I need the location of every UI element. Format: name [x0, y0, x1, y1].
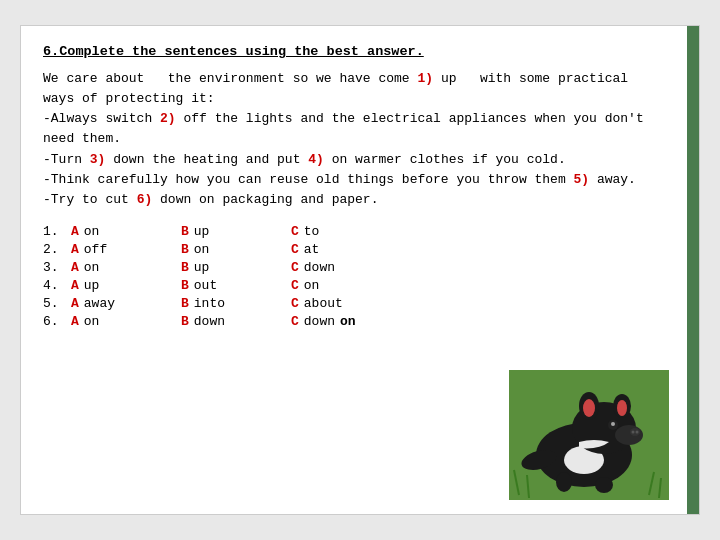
- svg-point-13: [611, 422, 615, 426]
- row6-a: A on: [71, 314, 181, 329]
- row3-a: A on: [71, 260, 181, 275]
- animal-image: [509, 370, 669, 500]
- row1-b: B up: [181, 224, 291, 239]
- row5-num: 5.: [43, 296, 71, 311]
- slide-title: 6.Complete the sentences using the best …: [43, 44, 677, 59]
- row4-a: A up: [71, 278, 181, 293]
- answer-row-5: 5. A away B into C about: [43, 296, 677, 311]
- paragraph-content: We care about the environment so we have…: [43, 69, 677, 210]
- green-accent-bar: [687, 26, 699, 514]
- row3-b: B up: [181, 260, 291, 275]
- row5-c: C about: [291, 296, 421, 311]
- svg-point-15: [595, 477, 613, 493]
- svg-point-11: [636, 431, 639, 434]
- highlight-3: 3): [90, 152, 106, 167]
- row3-num: 3.: [43, 260, 71, 275]
- row6-c: C down on: [291, 314, 421, 329]
- svg-point-10: [632, 431, 635, 434]
- highlight-2: 2): [160, 111, 176, 126]
- row2-b: B on: [181, 242, 291, 257]
- row6-num: 6.: [43, 314, 71, 329]
- row6-b: B down: [181, 314, 291, 329]
- row4-num: 4.: [43, 278, 71, 293]
- row1-c: C to: [291, 224, 421, 239]
- row4-c: C on: [291, 278, 421, 293]
- answer-row-2: 2. A off B on C at: [43, 242, 677, 257]
- row2-c: C at: [291, 242, 421, 257]
- highlight-5: 5): [574, 172, 590, 187]
- row2-a: A off: [71, 242, 181, 257]
- answer-row-3: 3. A on B up C down: [43, 260, 677, 275]
- highlight-6: 6): [137, 192, 153, 207]
- row2-num: 2.: [43, 242, 71, 257]
- highlight-4: 4): [308, 152, 324, 167]
- answer-row-1: 1. A on B up C to: [43, 224, 677, 239]
- highlight-1: 1): [417, 71, 433, 86]
- row5-a: A away: [71, 296, 181, 311]
- answers-section: 1. A on B up C to 2. A off B on C at 3. …: [43, 224, 677, 329]
- row5-b: B into: [181, 296, 291, 311]
- row1-a: A on: [71, 224, 181, 239]
- slide-container: 6.Complete the sentences using the best …: [20, 25, 700, 515]
- svg-point-6: [583, 399, 595, 417]
- row1-num: 1.: [43, 224, 71, 239]
- svg-point-14: [556, 472, 572, 492]
- answer-row-4: 4. A up B out C on: [43, 278, 677, 293]
- svg-point-7: [617, 400, 627, 416]
- row3-c: C down: [291, 260, 421, 275]
- row4-b: B out: [181, 278, 291, 293]
- answer-row-6: 6. A on B down C down on: [43, 314, 677, 329]
- svg-point-8: [615, 425, 643, 445]
